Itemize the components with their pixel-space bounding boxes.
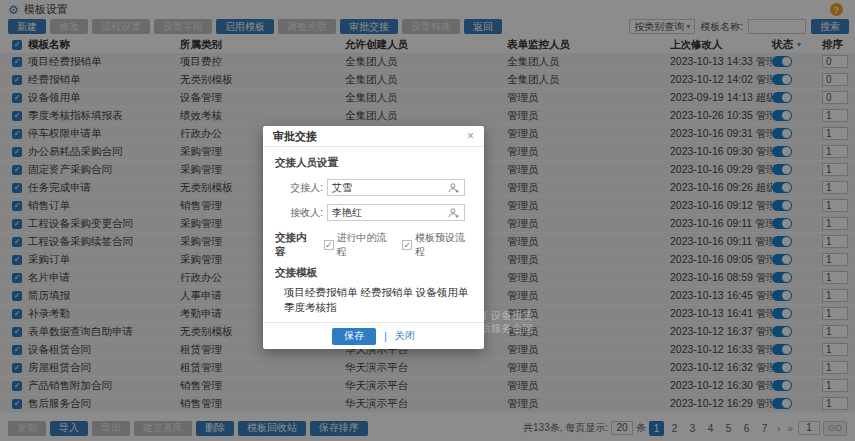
content-label: 交接内容 — [275, 231, 315, 259]
checkbox-label: 模板预设流程 — [415, 231, 472, 259]
checkbox-checked-icon: ✓ — [402, 240, 412, 250]
handover-to-value: 李艳红 — [332, 206, 362, 220]
dialog-header: 审批交接 × — [263, 126, 484, 147]
checkbox-label: 进行中的流程 — [337, 231, 394, 259]
save-button[interactable]: 保存 — [332, 328, 376, 345]
template-settings-page: ⚙ 模板设置 ? 新建修改流程设置设置字段启用模板调整关联审批交接设置特殊返回 … — [0, 0, 855, 441]
templates-section-label: 交接模板 — [275, 266, 472, 280]
handover-from-value: 艾雪 — [332, 181, 352, 195]
checkbox-checked-icon: ✓ — [324, 240, 334, 250]
handover-from-row: 交接人: 艾雪 — [279, 179, 472, 196]
dialog-footer: 保存 | 关闭 — [263, 322, 484, 349]
templates-line: 项目经费报销单 经费报销单 设备领用单 季度考核指 — [284, 285, 470, 314]
handover-to-row: 接收人: 李艳红 — [279, 204, 472, 221]
dialog-title: 审批交接 — [273, 129, 317, 144]
close-icon[interactable]: × — [467, 130, 474, 142]
checkbox-preset-processes[interactable]: ✓ 模板预设流程 — [402, 231, 472, 259]
button-divider: | — [384, 331, 387, 342]
handover-content-row: 交接内容 ✓ 进行中的流程 ✓ 模板预设流程 — [275, 231, 472, 259]
handover-from-label: 交接人: — [279, 181, 323, 195]
close-button[interactable]: 关闭 — [395, 329, 415, 343]
handover-templates-text: 项目经费报销单 经费报销单 设备领用单 季度考核指 标填报表 停车权限申请单 办… — [284, 285, 470, 314]
approval-handover-dialog: 审批交接 × 交接人员设置 交接人: 艾雪 接收人: 李艳红 — [263, 126, 484, 349]
add-person-icon[interactable] — [448, 207, 460, 219]
handover-to-label: 接收人: — [279, 206, 323, 220]
person-section-label: 交接人员设置 — [275, 156, 472, 170]
handover-from-input[interactable]: 艾雪 — [327, 179, 465, 196]
checkbox-running-processes[interactable]: ✓ 进行中的流程 — [324, 231, 394, 259]
handover-to-input[interactable]: 李艳红 — [327, 204, 465, 221]
dialog-body: 交接人员设置 交接人: 艾雪 接收人: 李艳红 — [263, 147, 484, 314]
add-person-icon[interactable] — [448, 182, 460, 194]
